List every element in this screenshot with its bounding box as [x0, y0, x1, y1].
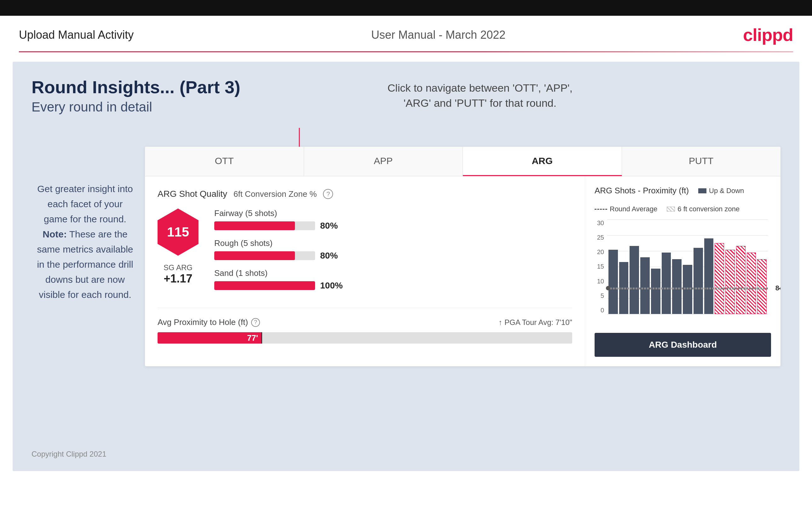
header-divider	[19, 51, 793, 52]
proximity-bar-area: 77'	[158, 332, 572, 344]
desc-line7: downs but are now	[45, 274, 125, 285]
legend-6ft-box	[667, 207, 675, 212]
chart-bar-col-8	[694, 220, 703, 314]
legend-updown-box	[698, 188, 706, 193]
proximity-bar-fill: 77'	[158, 332, 261, 344]
proximity-title: Avg Proximity to Hole (ft) ?	[158, 318, 260, 327]
legend-updown-label: Up & Down	[709, 187, 744, 195]
chart-bar-col-3	[640, 220, 650, 314]
chart-area: 30 25 20 15 10 5 0	[595, 220, 771, 327]
pga-avg: ↑ PGA Tour Avg: 7'10"	[499, 318, 572, 327]
description-box: Get greater insight into each facet of y…	[32, 181, 139, 302]
shot-bar-row-1: Rough (5 shots) 80%	[214, 238, 572, 261]
six-ft-label: 6ft Conversion Zone %	[234, 189, 317, 199]
tab-ott[interactable]: OTT	[145, 147, 304, 176]
dotted-line-dot	[606, 286, 610, 290]
hexagon-wrap: 115	[158, 209, 199, 256]
main-content: Round Insights... (Part 3) Every round i…	[13, 62, 799, 471]
proximity-bar-track: 77'	[158, 332, 572, 344]
desc-line2: each facet of your	[48, 199, 122, 209]
chart-bar-col-12	[736, 220, 746, 314]
desc-line1: Get greater insight into	[37, 184, 133, 194]
left-panel: ARG Shot Quality 6ft Conversion Zone % ?…	[145, 176, 585, 366]
legend-roundavg: Round Average	[595, 205, 657, 213]
top-bar	[0, 0, 812, 16]
desc-line8: visible for each round.	[39, 289, 132, 300]
legend-updown: Up & Down	[698, 187, 744, 195]
dotted-line-arrow: ◀	[778, 284, 780, 292]
chart-bar-col-10	[715, 220, 724, 314]
desc-line5: same metrics available	[37, 244, 133, 255]
legend-6ft: 6 ft conversion zone	[667, 205, 740, 213]
tab-arg[interactable]: ARG	[463, 147, 622, 176]
chart-bar-col-4	[651, 220, 660, 314]
desc-line6: in the performance drill	[37, 259, 133, 270]
desc-line4: These are the	[67, 229, 128, 239]
tab-app[interactable]: APP	[304, 147, 463, 176]
clippd-logo: clippd	[743, 24, 793, 45]
tab-putt[interactable]: PUTT	[622, 147, 781, 176]
right-panel-title: ARG Shots - Proximity (ft)	[595, 186, 689, 195]
shot-bars: Fairway (5 shots) 80% Rough (5 shots) 80…	[214, 209, 572, 298]
left-top: 115 SG ARG +1.17 Fairway (5 shots) 80%	[158, 209, 572, 298]
shot-bar-row-2: Sand (1 shots) 100%	[214, 268, 572, 291]
chart-bar-col-11	[725, 220, 735, 314]
tabs: OTT APP ARG PUTT	[145, 147, 780, 176]
right-panel-header: ARG Shots - Proximity (ft) Up & Down Rou…	[595, 186, 771, 213]
legend-6ft-label: 6 ft conversion zone	[677, 205, 740, 213]
sg-value: +1.17	[163, 272, 192, 285]
hex-sg-col: 115 SG ARG +1.17	[158, 209, 199, 285]
chart-bar-col-7	[683, 220, 692, 314]
nav-hint: Click to navigate between 'OTT', 'APP', …	[388, 80, 572, 111]
desc-note: Note:	[43, 229, 67, 239]
arg-dashboard-button[interactable]: ARG Dashboard	[595, 333, 771, 357]
chart-bar-col-6	[672, 220, 681, 314]
legend-roundavg-line	[595, 209, 607, 210]
chart-bar-col-1	[619, 220, 628, 314]
user-manual-date: User Manual - March 2022	[371, 29, 505, 42]
help-icon[interactable]: ?	[323, 189, 333, 199]
proximity-header: Avg Proximity to Hole (ft) ? ↑ PGA Tour …	[158, 318, 572, 327]
chart-bar-col-5	[662, 220, 671, 314]
footer: Copyright Clippd 2021	[32, 450, 106, 458]
chart-inner: 8 ◀	[607, 220, 768, 314]
dotted-line-bar	[607, 288, 768, 289]
grid-line-0	[607, 314, 768, 314]
hexagon: 115	[158, 209, 199, 256]
left-panel-header: ARG Shot Quality 6ft Conversion Zone % ?	[158, 189, 572, 199]
copyright-text: Copyright Clippd 2021	[32, 450, 106, 458]
chart-bars	[607, 220, 768, 314]
chart-bar-col-0	[608, 220, 618, 314]
card-body: ARG Shot Quality 6ft Conversion Zone % ?…	[145, 176, 780, 366]
proximity-value: 77'	[247, 333, 258, 343]
desc-line3: game for the round.	[44, 214, 126, 224]
arg-shot-quality-label: ARG Shot Quality	[158, 189, 227, 199]
chart-bar-col-14	[757, 220, 767, 314]
nav-hint-text: Click to navigate between 'OTT', 'APP', …	[388, 82, 572, 109]
shot-bar-row-0: Fairway (5 shots) 80%	[214, 209, 572, 231]
proximity-label: Avg Proximity to Hole (ft)	[158, 318, 248, 327]
proximity-cursor	[261, 332, 262, 344]
dotted-reference-line: 8 ◀	[607, 287, 768, 289]
chart-bar-col-9	[704, 220, 714, 314]
main-card: OTT APP ARG PUTT ARG Shot Quality 6ft Co…	[145, 147, 780, 366]
proximity-help-icon[interactable]: ?	[251, 318, 260, 327]
proximity-section: Avg Proximity to Hole (ft) ? ↑ PGA Tour …	[158, 308, 572, 344]
chart-y-labels: 30 25 20 15 10 5 0	[595, 220, 606, 314]
hex-value: 115	[167, 225, 189, 240]
header: Upload Manual Activity User Manual - Mar…	[0, 16, 812, 51]
chart-bar-col-2	[629, 220, 639, 314]
legend-roundavg-label: Round Average	[610, 205, 657, 213]
right-panel: ARG Shots - Proximity (ft) Up & Down Rou…	[585, 176, 780, 366]
chart-bar-col-13	[747, 220, 756, 314]
upload-manual-activity-label: Upload Manual Activity	[19, 29, 134, 42]
sg-label: SG ARG	[163, 263, 193, 272]
